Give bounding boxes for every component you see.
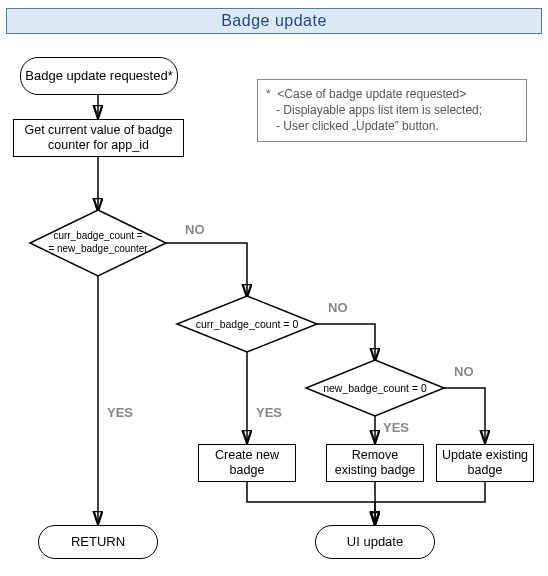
node-update-label: Update existing badge [439,448,531,478]
node-ui-update: UI update [315,525,435,559]
decision-2-label: curr_badge_count = 0 [196,318,299,330]
node-remove: Remove existing badge [326,444,424,482]
node-get-value: Get current value of badge counter for a… [13,119,184,157]
node-create: Create new badge [198,444,296,482]
node-return: RETURN [38,525,158,559]
node-get-value-label: Get current value of badge counter for a… [16,123,181,153]
edge-d3-yes: YES [383,420,409,435]
page-title: Badge update [6,8,542,34]
node-remove-label: Remove existing badge [329,448,421,478]
note-heading: * <Case of badge update requested> [266,86,518,102]
decision-3-label: new_badge_count = 0 [323,382,427,394]
edge-d3-no: NO [454,364,474,379]
note-line2: - User clicked „Update” button. [266,118,518,134]
node-start: Badge update requested* [20,57,178,95]
node-update: Update existing badge [436,444,534,482]
decision-1-l1: curr_badge_count = [53,230,142,241]
note-line1: - Displayable apps list item is selected… [266,102,518,118]
decision-3: new_badge_count = 0 [306,360,444,416]
node-ui-update-label: UI update [347,534,403,550]
decision-1: curr_badge_count = = new_badge_counter [30,210,166,276]
edge-d2-no: NO [328,300,348,315]
node-return-label: RETURN [71,534,125,550]
node-start-label: Badge update requested* [25,68,172,84]
decision-1-l2: = new_badge_counter [48,243,148,254]
edge-d1-no: NO [185,222,205,237]
note-box: * <Case of badge update requested> - Dis… [257,79,527,142]
edge-d2-yes: YES [256,405,282,420]
edge-d1-yes: YES [107,405,133,420]
decision-2: curr_badge_count = 0 [177,296,317,352]
node-create-label: Create new badge [201,448,293,478]
